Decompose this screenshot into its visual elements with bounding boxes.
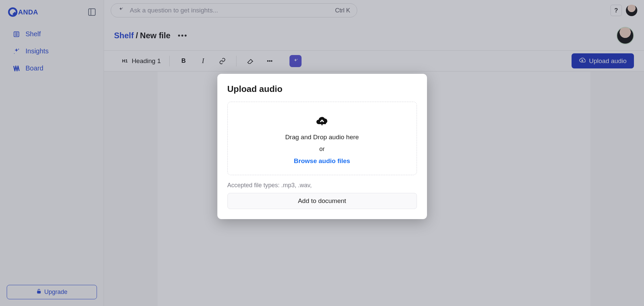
audio-dropzone[interactable]: Drag and Drop audio here or Browse audio… [227, 102, 417, 175]
modal-overlay[interactable]: Upload audio Drag and Drop audio here or… [0, 0, 644, 306]
dropzone-or: or [319, 146, 325, 153]
browse-audio-link[interactable]: Browse audio files [294, 157, 350, 165]
dropzone-text: Drag and Drop audio here [285, 134, 359, 141]
cloud-upload-icon [314, 114, 330, 129]
accepted-file-types: Accepted file types: .mp3, .wav, [227, 182, 417, 189]
add-to-document-button[interactable]: Add to document [227, 193, 417, 209]
modal-title: Upload audio [227, 84, 417, 94]
upload-audio-modal: Upload audio Drag and Drop audio here or… [217, 74, 427, 219]
